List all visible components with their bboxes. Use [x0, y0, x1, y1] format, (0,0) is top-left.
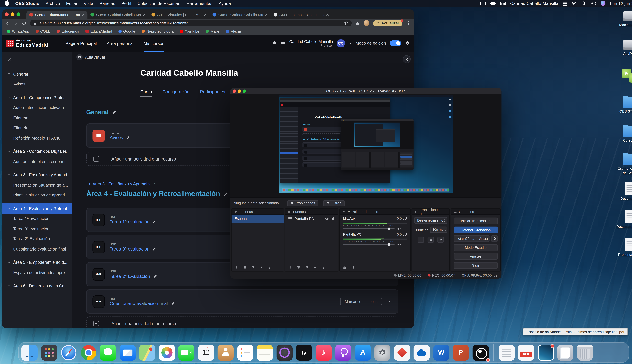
- chrome-update-button[interactable]: Actualizar: [373, 20, 402, 26]
- menu-coleccion-escenas[interactable]: Colección de Escenas: [138, 1, 180, 6]
- dock-chrome-icon[interactable]: [80, 344, 96, 360]
- dock-diamond-app-icon[interactable]: [394, 344, 410, 360]
- index-item-espacio-actividades[interactable]: Espacio de actividades apre...: [2, 268, 72, 278]
- index-item-enlace[interactable]: Aquí adjunto el enlace de mi...: [2, 156, 72, 166]
- activity-link-tarea-1[interactable]: Tarea 1ª evaluación: [110, 220, 150, 224]
- menubar-user-name[interactable]: Caridad Cabello Mansilla: [510, 1, 558, 6]
- notifications-bell-icon[interactable]: [272, 41, 277, 46]
- tab-close-icon[interactable]: [143, 13, 146, 16]
- pantalla-options-icon[interactable]: [403, 243, 407, 246]
- new-tab-button[interactable]: [408, 11, 411, 15]
- mark-done-button[interactable]: Marcar como hecha: [340, 298, 382, 305]
- index-section-area2[interactable]: Área 2 - Contenidos Digitales: [2, 146, 72, 156]
- tab-close-icon[interactable]: [326, 13, 329, 16]
- move-source-up-icon[interactable]: [313, 266, 317, 269]
- dock-powerpoint-icon[interactable]: [453, 344, 469, 360]
- studio-mode-button[interactable]: Modo Estudio: [454, 244, 498, 251]
- apple-menu-icon[interactable]: [5, 1, 9, 6]
- dock-notes-icon[interactable]: [257, 344, 273, 360]
- obs-minimize-button[interactable]: [238, 89, 241, 93]
- extensions-puzzle-icon[interactable]: [355, 21, 360, 26]
- dock-tv-icon[interactable]: [296, 344, 312, 360]
- nav-area-personal[interactable]: Área personal: [107, 35, 134, 52]
- messages-chat-icon[interactable]: [280, 41, 286, 46]
- dock-music-icon[interactable]: [316, 344, 332, 360]
- tab-close-icon[interactable]: [82, 13, 85, 16]
- menu-ayuda[interactable]: Ayuda: [219, 1, 231, 6]
- mic-volume-slider[interactable]: [343, 227, 394, 230]
- dock-obs-icon[interactable]: [472, 344, 488, 360]
- mixer-menu-icon[interactable]: [352, 266, 355, 270]
- dock-downloads-icon[interactable]: [557, 344, 573, 360]
- index-item-avisos[interactable]: Avisos: [2, 79, 72, 89]
- menubar-clock[interactable]: Lun 12 jun 23:10: [610, 1, 632, 6]
- desktop-icon-anydesk[interactable]: AnyDesk: [616, 40, 632, 56]
- dock-contacts-icon[interactable]: [218, 344, 234, 360]
- index-item-tarea-2[interactable]: Tarea 2ª Evaluación: [2, 234, 72, 244]
- edit-mode-toggle[interactable]: [390, 40, 401, 46]
- obs-fullscreen-button[interactable]: [243, 89, 246, 93]
- menubar-app-name[interactable]: OBS Studio: [15, 1, 40, 6]
- index-section-general[interactable]: General: [2, 69, 72, 79]
- control-center-icon[interactable]: [590, 2, 596, 5]
- desktop-icon-escritorio-folder[interactable]: Escritorio - iMac de Sergio: [616, 154, 632, 175]
- start-virtual-camera-button[interactable]: Iniciar Cámara Virtual: [454, 235, 490, 242]
- browser-tab-correo[interactable]: Correo EducaMadrid :: Entrada: [26, 11, 88, 18]
- dock-document-icon[interactable]: [498, 344, 514, 360]
- educamadrid-logo[interactable]: [6, 40, 14, 47]
- minimize-window-button[interactable]: [11, 12, 14, 16]
- bookmark-alexia[interactable]: Alexia: [226, 29, 241, 34]
- obs-preview-canvas[interactable]: Caridad Cabello Mansilla General Área 4 …: [230, 94, 502, 197]
- desktop-icon-curso-a2-folder[interactable]: Curso A2: [616, 126, 632, 142]
- dock-safari-icon[interactable]: [61, 344, 77, 360]
- index-item-reflexion-tpack[interactable]: Reflexión Modelo TPACK: [2, 133, 72, 143]
- tab-close-icon[interactable]: [204, 13, 207, 16]
- add-scene-icon[interactable]: [235, 266, 238, 269]
- bookmark-naprotecnologia[interactable]: Naprotecnología: [142, 29, 174, 34]
- add-source-icon[interactable]: [288, 266, 292, 269]
- index-item-plantilla[interactable]: Plantilla situación de aprend...: [2, 190, 72, 200]
- index-item-cuestionario[interactable]: Cuestionario evaluación final: [2, 244, 72, 254]
- scene-filters-icon[interactable]: [252, 266, 255, 269]
- transition-duration-input[interactable]: 300 ms: [430, 226, 447, 233]
- edit-pencil-icon[interactable]: [152, 247, 156, 251]
- dock-pdf-icon[interactable]: [518, 344, 534, 360]
- chrome-menu-icon[interactable]: [406, 21, 411, 26]
- area3-section-link[interactable]: Área 3 - Enseñanza y Aprendizaje: [88, 182, 155, 186]
- index-section-area5[interactable]: Área 5 - Empoderamiento d...: [2, 257, 72, 268]
- bookmark-educamadrid[interactable]: EducaMadrid: [85, 29, 112, 34]
- transition-select[interactable]: Desvanecimiento: [414, 217, 447, 224]
- tab-configuracion[interactable]: Configuración: [163, 87, 190, 96]
- desktop-icon-documentos[interactable]: Documentos: [616, 182, 632, 201]
- remove-transition-button[interactable]: [428, 237, 434, 243]
- bookmark-star-icon[interactable]: [344, 21, 348, 25]
- close-window-button[interactable]: [5, 12, 8, 16]
- desktop-icon-documentos-pdf[interactable]: Documentos PDF: [616, 210, 632, 229]
- address-bar[interactable]: aulavirtual33.educa.madrid.org/cc.liceov…: [30, 20, 352, 26]
- source-properties-icon[interactable]: [305, 266, 309, 269]
- pantalla-volume-slider[interactable]: [343, 243, 394, 246]
- virtual-camera-settings-button[interactable]: [491, 235, 498, 242]
- pantalla-speaker-icon[interactable]: [397, 243, 401, 246]
- dock-maps-icon[interactable]: [139, 344, 155, 360]
- desktop-icon-macintosh-hd[interactable]: Macintosh HD: [616, 11, 632, 27]
- index-section-area4-selected[interactable]: Área 4 - Evaluación y Retroal...: [2, 204, 72, 214]
- forum-link[interactable]: Avisos: [110, 135, 123, 140]
- dock-calendar-icon[interactable]: JUN 12: [198, 344, 214, 360]
- dock-word-icon[interactable]: [433, 344, 449, 360]
- dock-mail-icon[interactable]: [120, 344, 136, 360]
- edit-pencil-icon[interactable]: [126, 136, 130, 140]
- dock-reminders-icon[interactable]: [237, 344, 253, 360]
- keyboard-icon[interactable]: [500, 2, 506, 5]
- remove-source-icon[interactable]: [297, 266, 300, 269]
- bookmark-whatsapp[interactable]: WhatsApp: [7, 29, 29, 34]
- tab-close-icon[interactable]: [265, 13, 268, 16]
- edit-pencil-icon[interactable]: [152, 220, 156, 224]
- activity-link-cuestionario[interactable]: Cuestionario evaluación final: [110, 301, 168, 306]
- start-streaming-button[interactable]: Iniciar Transmisión: [454, 218, 498, 224]
- source-menu-icon[interactable]: [322, 266, 325, 269]
- desktop-icon-educamadrid-e[interactable]: [629, 73, 632, 82]
- menu-paneles[interactable]: Paneles: [100, 1, 115, 6]
- menu-vista[interactable]: Vista: [84, 1, 93, 6]
- wifi-icon[interactable]: [571, 1, 576, 6]
